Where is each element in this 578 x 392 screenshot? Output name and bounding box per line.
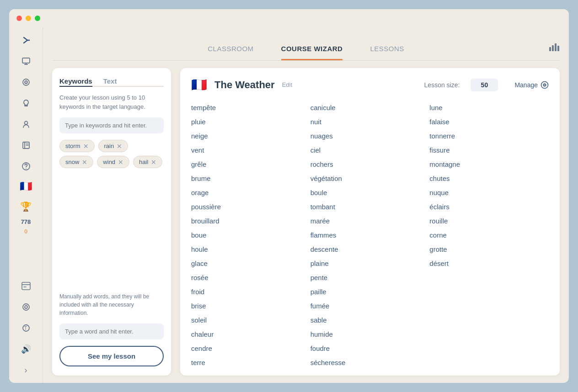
keyword-tags: storm ✕ rain ✕ snow ✕ wind (59, 140, 164, 168)
edit-link[interactable]: Edit (282, 81, 292, 88)
list-item: rouille (429, 215, 549, 227)
list-item: tempête (191, 101, 310, 114)
list-item: nuit (310, 116, 430, 128)
maximize-button[interactable] (35, 16, 40, 21)
list-item: grêle (191, 158, 310, 170)
sidebar-flag[interactable]: 🇫🇷 (18, 178, 34, 195)
tab-keywords[interactable]: Keywords (59, 77, 92, 87)
sidebar-icon-help[interactable] (17, 157, 35, 175)
sidebar-icon-book[interactable] (17, 136, 35, 154)
stats-icon[interactable] (549, 42, 560, 54)
list-item: soleil (191, 314, 310, 326)
sidebar-icon-expand[interactable]: › (17, 361, 35, 379)
remove-rain-button[interactable]: ✕ (117, 143, 122, 149)
list-item: nuque (429, 186, 549, 199)
top-nav: CLASSROOM COURSE WIZARD LESSONS (43, 27, 569, 60)
minimize-button[interactable] (26, 16, 31, 21)
list-item: terre (191, 356, 310, 366)
sidebar-icon-chevron[interactable] (17, 31, 35, 49)
tab-classroom[interactable]: CLASSROOM (208, 45, 253, 60)
list-item (429, 300, 549, 312)
sidebar-icon-volume[interactable]: 🔊 (17, 340, 35, 358)
list-item: neige (191, 130, 310, 142)
sidebar-score: 778 (21, 218, 31, 225)
list-item: végétation (310, 172, 430, 185)
svg-rect-15 (22, 282, 30, 290)
svg-point-14 (26, 168, 27, 169)
svg-rect-22 (549, 47, 551, 51)
remove-hail-button[interactable]: ✕ (151, 159, 156, 165)
list-item (429, 271, 549, 284)
keyword-tag-hail: hail ✕ (133, 156, 162, 168)
list-item (429, 328, 549, 340)
sidebar-icon-settings[interactable] (17, 298, 35, 316)
svg-point-8 (24, 122, 27, 125)
remove-snow-button[interactable]: ✕ (82, 159, 87, 165)
list-item: pente (310, 271, 430, 284)
list-item: désert (429, 257, 549, 270)
list-item: marée (310, 215, 430, 227)
list-item: sécheresse (310, 356, 430, 366)
keyword-label: rain (104, 143, 114, 149)
keyword-tag-wind: wind ✕ (97, 156, 129, 168)
list-item: rosée (191, 271, 310, 284)
right-panel-header: 🇫🇷 The Weather Edit Lesson size: Manage (191, 77, 549, 92)
svg-rect-23 (552, 45, 554, 51)
list-item: humide (310, 328, 430, 340)
svg-point-19 (25, 306, 27, 308)
list-item: montagne (429, 158, 549, 170)
sidebar-icon-tag[interactable]: T (17, 319, 35, 337)
list-item: pluie (191, 116, 310, 128)
lesson-title: The Weather (214, 79, 275, 91)
keyword-label: hail (139, 159, 148, 165)
keyword-tag-rain: rain ✕ (98, 140, 128, 152)
list-item: orage (191, 186, 310, 199)
see-lesson-button[interactable]: See my lesson (59, 346, 164, 366)
keywords-input[interactable] (59, 117, 164, 133)
list-item: descente (310, 243, 430, 255)
manage-button[interactable]: Manage (514, 81, 549, 89)
list-item: tombant (310, 201, 430, 213)
tab-course-wizard[interactable]: COURSE WIZARD (281, 45, 343, 60)
manage-label: Manage (514, 81, 538, 89)
remove-storm-button[interactable]: ✕ (83, 143, 89, 149)
list-item: flammes (310, 229, 430, 241)
panel-tabs: Keywords Text (59, 77, 164, 87)
list-item: chaleur (191, 328, 310, 340)
app-window: 🇫🇷 🏆 778 0 T (9, 9, 569, 383)
list-item: grotte (429, 243, 549, 255)
sidebar-icon-monitor[interactable] (17, 52, 35, 70)
list-item: éclairs (429, 201, 549, 213)
sidebar-icon-target[interactable] (17, 73, 35, 91)
tab-lessons[interactable]: LESSONS (370, 45, 404, 60)
list-item: ciel (310, 144, 430, 156)
panels: Keywords Text Create your lesson using 5… (43, 61, 569, 383)
sidebar-icon-card[interactable] (17, 277, 35, 295)
sidebar-icon-person[interactable] (17, 115, 35, 133)
list-item: glace (191, 257, 310, 270)
lesson-flag: 🇫🇷 (191, 77, 207, 92)
list-item: froid (191, 286, 310, 298)
list-item: tonnerre (429, 130, 549, 142)
list-item: brume (191, 172, 310, 185)
manually-add-description: Manually add words, and they will be inc… (59, 292, 164, 317)
titlebar (9, 9, 569, 27)
lesson-size-label: Lesson size: (424, 81, 460, 89)
content-area: CLASSROOM COURSE WIZARD LESSONS (43, 27, 569, 383)
sidebar-icon-trophy[interactable]: 🏆 (17, 197, 35, 216)
panel-description: Create your lesson using 5 to 10 keyword… (59, 93, 164, 111)
list-item: sable (310, 314, 430, 326)
close-button[interactable] (16, 16, 22, 21)
list-item: nuages (310, 130, 430, 142)
tab-text[interactable]: Text (103, 77, 117, 87)
list-item: paille (310, 286, 430, 298)
word-input[interactable] (59, 323, 164, 339)
right-panel: 🇫🇷 The Weather Edit Lesson size: Manage (180, 68, 560, 376)
lesson-size-input[interactable] (471, 79, 498, 91)
list-item: foudre (310, 342, 430, 355)
sidebar-icon-lightbulb[interactable] (17, 94, 35, 112)
list-item: fumée (310, 300, 430, 312)
svg-point-27 (544, 84, 546, 86)
remove-wind-button[interactable]: ✕ (118, 159, 123, 165)
list-item: boue (191, 229, 310, 241)
